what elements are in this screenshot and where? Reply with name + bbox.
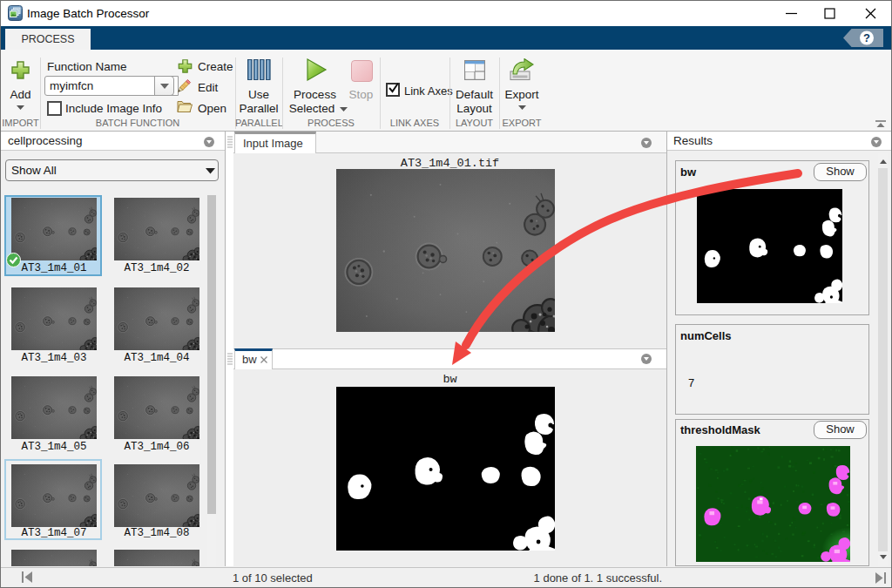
svg-text:?: ? [863,31,870,44]
